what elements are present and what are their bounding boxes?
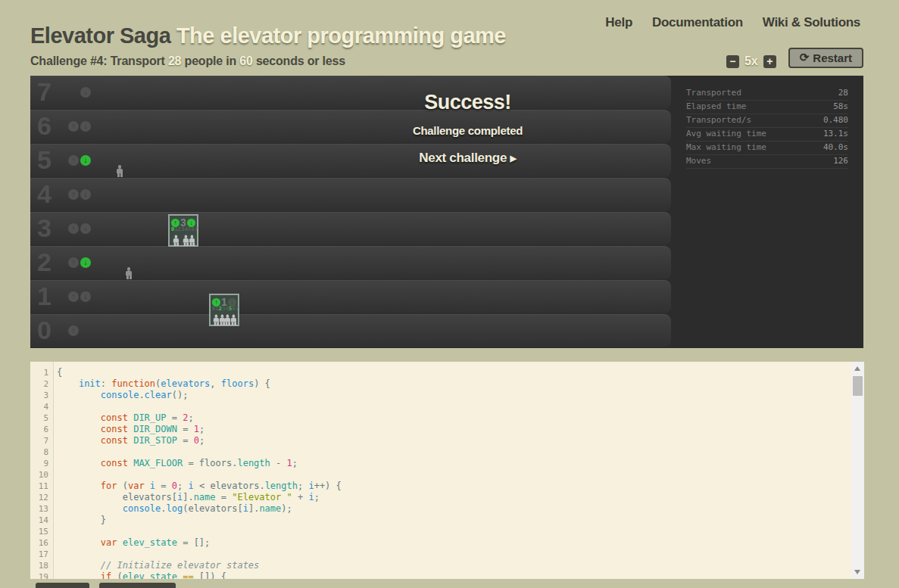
simulation-controls: − 5x + ⟳Restart [726, 47, 863, 68]
floor-4-down-button: ↓ [80, 189, 91, 200]
down-arrow-icon: ↓ [84, 258, 88, 266]
challenge-mid: people in [181, 54, 239, 67]
code-line: for (var i = 0; i < elevators.length; i+… [57, 481, 342, 492]
elevator-up-indicator: ↑ [171, 219, 179, 227]
code-line: const DIR_UP = 2; [57, 412, 194, 424]
code-line: const MAX_FLOOR = floors.length - 1; [57, 458, 298, 469]
restart-label: Restart [813, 51, 852, 64]
code-line: // Initialize elevator states [57, 560, 259, 571]
main-nav: HelpDocumentationWiki & Solutions [605, 15, 860, 30]
floor-2-down-button: ↓ [80, 257, 91, 268]
decrease-speed-button[interactable]: − [726, 55, 739, 68]
down-arrow-icon: ↓ [84, 156, 88, 164]
up-arrow-icon: ↑ [72, 258, 76, 266]
stat-row-transported: Transported28 [686, 86, 848, 101]
stat-label: Max waiting time [686, 141, 766, 154]
floor-4: 4↑↓ [30, 178, 671, 211]
code-line: console.clear(); [57, 390, 188, 401]
stat-label: Transported/s [686, 114, 751, 126]
stat-label: Moves [686, 154, 711, 167]
restart-icon: ⟳ [800, 51, 810, 64]
challenge-suffix: seconds or less [253, 54, 345, 67]
nav-link-help[interactable]: Help [605, 15, 632, 30]
next-challenge-label: Next challenge [419, 151, 510, 165]
floor-0: 0↑ [30, 314, 671, 347]
down-arrow-icon: ↓ [84, 88, 88, 96]
nav-link-wiki-solutions[interactable]: Wiki & Solutions [763, 15, 860, 30]
floor-3-up-button: ↑ [68, 223, 79, 234]
floor-number: 4 [37, 179, 51, 209]
scroll-thumb[interactable] [853, 376, 863, 396]
passenger-icon [188, 235, 195, 246]
elevator-button-panel: 01234567 [212, 306, 238, 312]
scroll-down-button[interactable] [851, 567, 864, 577]
elevator-button-panel: 01234567 [171, 226, 197, 232]
floor-1-down-button: ↓ [80, 291, 91, 302]
bottom-button-1[interactable] [36, 583, 89, 588]
app-name: Elevator Saga [30, 23, 170, 48]
stat-row-transported-s: Transported/s0.480 [686, 114, 848, 128]
editor-scrollbar[interactable] [851, 362, 864, 579]
nav-link-documentation[interactable]: Documentation [652, 15, 743, 30]
down-arrow-icon: ↓ [189, 219, 192, 226]
floor-number: 3 [37, 213, 51, 243]
challenge-prefix: Challenge #4: Transport [30, 54, 168, 67]
code-line: console.log(elevators[i].name); [57, 503, 292, 515]
up-arrow-icon: ↑ [174, 219, 177, 226]
challenge-people-count: 28 [168, 54, 181, 67]
line-number: 13 [30, 503, 48, 515]
speed-label: 5x [744, 54, 758, 68]
stat-row-moves: Moves126 [686, 154, 848, 169]
floor-1-up-button: ↑ [68, 291, 79, 302]
stat-label: Transported [686, 86, 741, 99]
restart-button[interactable]: ⟳Restart [788, 48, 863, 68]
success-feedback: Success! Challenge completed Next challe… [333, 91, 602, 166]
down-arrow-icon: ↓ [230, 299, 233, 306]
up-arrow-icon: ↑ [72, 156, 76, 164]
down-arrow-icon: ↓ [84, 224, 88, 232]
line-number: 11 [30, 481, 48, 492]
floor-number: 6 [37, 111, 51, 141]
game-world: 7↓6↑↓5↑↓4↑↓3↑↓2↑↓1↑↓0↑ ↑3↓01234567↑1↓012… [30, 76, 863, 348]
triangle-up-icon [854, 366, 860, 371]
up-arrow-icon: ↑ [72, 326, 76, 334]
stat-row-elapsed-time: Elapsed time58s [686, 100, 848, 114]
passenger-icon [172, 235, 179, 246]
line-number: 8 [30, 446, 48, 458]
code-area[interactable]: { init: function(elevators, floors) { co… [57, 362, 851, 579]
up-arrow-icon: ↑ [72, 190, 76, 198]
editor-gutter: 12345678910111213141516171819 [30, 362, 54, 579]
code-line: const DIR_STOP = 0; [57, 435, 204, 446]
up-arrow-icon: ↑ [72, 122, 76, 130]
elevator-button-7: 7 [236, 306, 239, 312]
line-number: 15 [30, 526, 48, 537]
line-number: 2 [30, 378, 48, 390]
line-number: 6 [30, 424, 48, 435]
floor-6-down-button: ↓ [80, 121, 91, 132]
waiting-person-floor-2 [124, 267, 133, 279]
up-arrow-icon: ↑ [215, 299, 218, 306]
line-number: 9 [30, 458, 48, 469]
down-arrow-icon: ↓ [84, 190, 88, 198]
line-number: 16 [30, 537, 48, 549]
stat-value: 40.0s [823, 141, 848, 154]
feedback-subtitle: Challenge completed [333, 124, 602, 137]
increase-speed-button[interactable]: + [763, 55, 776, 68]
floor-number: 1 [37, 282, 51, 311]
stat-label: Elapsed time [686, 100, 746, 113]
line-number: 14 [30, 515, 48, 526]
stat-row-avg-waiting-time: Avg waiting time13.1s [686, 127, 848, 142]
next-arrow-icon: ▶ [510, 154, 517, 163]
bottom-button-2[interactable] [99, 583, 176, 588]
scroll-up-button[interactable] [851, 363, 864, 374]
floor-5-down-button: ↓ [80, 155, 91, 166]
elevator-passengers [211, 313, 238, 324]
code-line: if (elev_state == []) { [57, 571, 226, 579]
down-arrow-icon: ↓ [84, 122, 88, 130]
floor-0-up-button: ↑ [68, 325, 79, 336]
floor-3-down-button: ↓ [80, 223, 91, 234]
stat-value: 126 [833, 154, 848, 167]
stat-row-max-waiting-time: Max waiting time40.0s [686, 141, 848, 155]
next-challenge-link[interactable]: Next challenge ▶ [419, 151, 516, 166]
floor-number: 7 [37, 77, 51, 107]
